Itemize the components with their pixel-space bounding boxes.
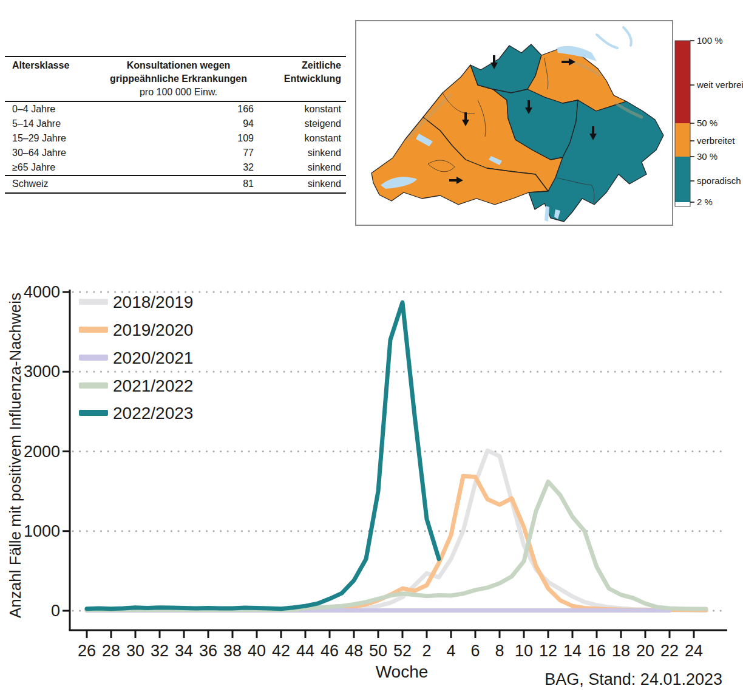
age-label: 30–64 Jahre (5, 146, 97, 160)
chart-legend-label-2018-2019: 2018/2019 (113, 293, 193, 311)
legend-label-verbreitet: verbreitet (697, 135, 735, 146)
chart-legend-swatch-2022-2023 (79, 410, 108, 416)
header-konsultationen-line1: Konsultationen wegen (127, 60, 231, 70)
age-label: 0–4 Jahre (5, 101, 97, 117)
legend-label-50-: 50 % (697, 118, 718, 128)
legend-bar-segment (675, 202, 690, 206)
x-tick-label-14: 14 (563, 642, 582, 660)
chart-legend-swatch-2021-2022 (79, 382, 108, 389)
x-tick-label-44: 44 (296, 642, 314, 660)
legend-bar-segment (675, 157, 690, 202)
ili-consultations-table: Altersklasse Konsultationen wegen grippe… (5, 56, 346, 194)
x-tick-label-24: 24 (685, 642, 703, 660)
consultations-value: 77 (97, 146, 260, 160)
y-tick-label-0: 0 (51, 602, 60, 620)
x-tick-label-46: 46 (321, 642, 339, 660)
switzerland-map-panel (355, 20, 673, 226)
x-tick-label-16: 16 (588, 642, 606, 660)
header-konsultationen-line2: grippeähnliche Erkrankungen (110, 73, 247, 84)
x-tick-label-18: 18 (612, 642, 630, 660)
x-tick-label-6: 6 (470, 642, 480, 660)
legend-label-100-: 100 % (697, 35, 723, 46)
total-age-label: Schweiz (5, 175, 97, 193)
switzerland-map (356, 21, 672, 225)
table-total-row: Schweiz 81 sinkend (5, 175, 346, 193)
map-color-legend: 100 %weit verbreitet50 %verbreitet30 %sp… (674, 33, 743, 217)
source-note: BAG, Stand: 24.01.2023 (545, 670, 722, 688)
x-tick-label-2: 2 (422, 642, 431, 660)
y-tick-label-4000: 4000 (24, 283, 60, 301)
x-tick-label-48: 48 (345, 642, 363, 660)
x-tick-label-4: 4 (446, 642, 455, 660)
river-line (597, 35, 617, 48)
header-altersklasse-label: Altersklasse (12, 60, 69, 70)
chart-legend-label-2020-2021: 2020/2021 (113, 348, 193, 367)
y-tick-label-3000: 3000 (24, 362, 60, 381)
table-row: 15–29 Jahre109konstant (5, 131, 346, 146)
header-zeitliche-line1: Zeitliche (302, 60, 341, 70)
col-header-altersklasse: Altersklasse (5, 56, 97, 101)
influenza-cases-chart: 0100020003000400026283032343638404244464… (0, 267, 743, 700)
chart-legend-label-2019-2020: 2019/2020 (113, 321, 193, 339)
x-tick-label-40: 40 (248, 642, 266, 660)
legend-bar-segment (675, 123, 690, 157)
legend-label-30-: 30 % (697, 151, 718, 161)
consultations-value: 109 (97, 131, 260, 146)
chart-legend-swatch-2019-2020 (79, 327, 108, 333)
x-tick-label-30: 30 (126, 642, 144, 660)
x-tick-label-8: 8 (495, 642, 504, 660)
total-value: 81 (97, 175, 260, 193)
legend-label-2-: 2 % (697, 197, 713, 207)
trend-label: konstant (260, 101, 346, 117)
ili-table: Altersklasse Konsultationen wegen grippe… (5, 56, 346, 194)
col-header-konsultationen: Konsultationen wegen grippeähnliche Erkr… (97, 56, 260, 101)
x-tick-label-36: 36 (199, 642, 217, 660)
x-tick-label-28: 28 (102, 642, 120, 660)
x-tick-label-26: 26 (78, 642, 96, 660)
table-row: 5–14 Jahre94steigend (5, 117, 346, 131)
y-axis-title: Anzahl Fälle mit positivem Influenza-Nac… (6, 293, 24, 618)
x-tick-label-32: 32 (151, 642, 169, 660)
age-label: 5–14 Jahre (5, 117, 97, 131)
river-line (623, 27, 631, 46)
age-label: ≥65 Jahre (5, 160, 97, 175)
x-axis-title: Woche (376, 662, 429, 681)
table-header-row: Altersklasse Konsultationen wegen grippe… (5, 56, 346, 101)
x-tick-label-22: 22 (660, 642, 679, 660)
y-tick-label-1000: 1000 (24, 522, 60, 540)
trend-label: sinkend (260, 146, 346, 160)
x-tick-label-42: 42 (272, 642, 290, 660)
chart-legend-swatch-2018-2019 (79, 299, 108, 305)
total-trend: sinkend (260, 175, 346, 193)
chart-legend-label-2021-2022: 2021/2022 (113, 376, 193, 395)
header-konsultationen-line3: pro 100 000 Einw. (140, 87, 217, 97)
consultations-value: 94 (97, 117, 260, 131)
col-header-zeitliche-entwicklung: Zeitliche Entwicklung (260, 56, 346, 101)
trend-label: steigend (260, 117, 346, 131)
x-tick-label-10: 10 (515, 642, 533, 660)
chart-legend-swatch-2020-2021 (79, 355, 108, 361)
x-tick-label-12: 12 (539, 642, 557, 660)
table-row: 30–64 Jahre77sinkend (5, 146, 346, 160)
lake-maggiore (545, 206, 549, 222)
y-tick-label-2000: 2000 (24, 443, 60, 461)
consultations-value: 166 (97, 101, 260, 117)
age-label: 15–29 Jahre (5, 131, 97, 146)
x-tick-label-38: 38 (223, 642, 242, 660)
table-row: 0–4 Jahre166konstant (5, 101, 346, 117)
x-tick-label-50: 50 (369, 642, 387, 660)
x-tick-label-52: 52 (393, 642, 412, 660)
legend-bar-segment (675, 41, 690, 123)
table-row: ≥65 Jahre32sinkend (5, 160, 346, 175)
legend-label-sporadisch: sporadisch (697, 175, 741, 186)
header-zeitliche-line2: Entwicklung (284, 73, 341, 84)
legend-label-weit-verbreitet: weit verbreitet (696, 80, 743, 90)
x-tick-label-20: 20 (636, 642, 654, 660)
trend-label: konstant (260, 131, 346, 146)
trend-label: sinkend (260, 160, 346, 175)
consultations-value: 32 (97, 160, 260, 175)
x-tick-label-34: 34 (175, 642, 193, 660)
chart-legend-label-2022-2023: 2022/2023 (113, 404, 193, 423)
